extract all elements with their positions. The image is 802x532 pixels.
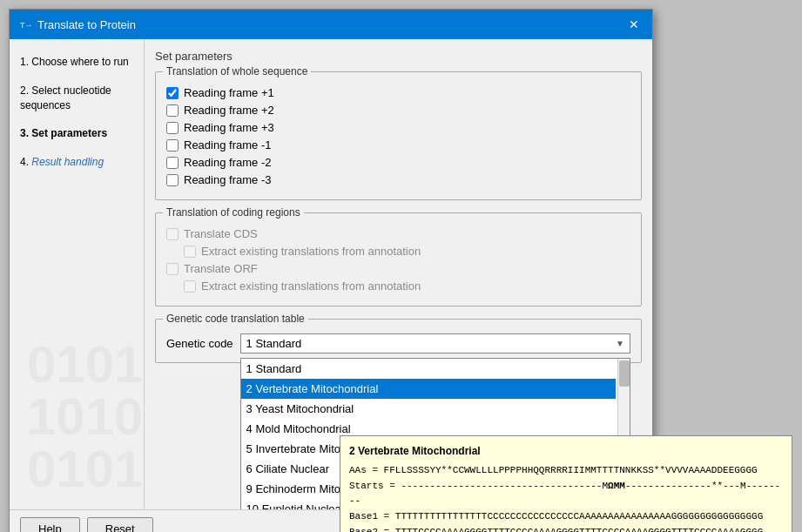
tooltip-box: 2 Vertebrate Mitochondrial AAs = FFLLSSS…	[340, 435, 792, 532]
close-button[interactable]: ✕	[624, 15, 644, 34]
whole-sequence-group: Translation of whole sequence Reading fr…	[155, 71, 642, 200]
translate-cds-checkbox[interactable]	[166, 228, 179, 240]
watermark: 010110100101	[27, 339, 149, 495]
sidebar-num-3: 3.	[20, 127, 31, 139]
genetic-code-label: Genetic code	[166, 337, 233, 350]
frame-rm2-label: Reading frame -2	[184, 156, 271, 169]
frame-rm2-row: Reading frame -2	[166, 156, 630, 169]
section-title: Set parameters	[155, 50, 642, 63]
reset-button[interactable]: Reset	[87, 517, 153, 532]
genetic-code-title: Genetic code translation table	[163, 313, 308, 325]
tooltip-line2: Starts = -------------------------------…	[349, 479, 783, 509]
dialog-title: Translate to Protein	[37, 18, 136, 31]
sidebar-item-choose[interactable]: 1. Choose where to run	[10, 48, 144, 77]
extract-orf-label: Extract existing translations from annot…	[201, 279, 421, 293]
svg-text:T→P: T→P	[20, 21, 32, 30]
translate-icon: T→P	[18, 17, 32, 31]
translate-orf-checkbox[interactable]	[166, 263, 179, 275]
genetic-code-display[interactable]: 1 Standard ▼	[240, 333, 630, 354]
frame-rf3-checkbox[interactable]	[166, 122, 179, 134]
tooltip-line3: Base1 = TTTTTTTTTTTTTTTTCCCCCCCCCCCCCCCC…	[349, 509, 783, 525]
tooltip-line4: Base2 = TTTTCCCCAAAAGGGGTTTTCCCCAAAAGGGG…	[349, 525, 783, 532]
tooltip-line1: AAs = FFLLSSSSYY**CCWWLLLLPPPPHHQQRRRRII…	[349, 463, 783, 479]
dropdown-option-2[interactable]: 2 Vertebrate Mitochondrial	[241, 379, 616, 399]
translate-cds-row: Translate CDS	[166, 227, 630, 240]
sidebar: 1. Choose where to run 2. Select nucleot…	[10, 39, 145, 509]
extract-orf-row: Extract existing translations from annot…	[184, 279, 630, 293]
genetic-code-row: Genetic code 1 Standard ▼ 1 Standard 2 V…	[166, 333, 630, 354]
translate-orf-label: Translate ORF	[184, 262, 258, 275]
extract-cds-row: Extract existing translations from annot…	[184, 245, 630, 258]
coding-regions-group: Translation of coding regions Translate …	[155, 212, 642, 306]
frame-rf2-checkbox[interactable]	[166, 104, 179, 117]
scroll-thumb	[619, 360, 630, 387]
frame-rm1-row: Reading frame -1	[166, 138, 630, 152]
frame-rm2-checkbox[interactable]	[166, 157, 179, 169]
genetic-code-select-wrapper: 1 Standard ▼ 1 Standard 2 Vertebrate Mit…	[240, 333, 630, 354]
sidebar-item-params[interactable]: 3. Set parameters	[10, 119, 144, 148]
frame-rf2-label: Reading frame +2	[184, 104, 274, 117]
extract-cds-label: Extract existing translations from annot…	[201, 245, 421, 258]
dropdown-option-3[interactable]: 3 Yeast Mitochondrial	[241, 399, 616, 419]
coding-regions-title: Translation of coding regions	[163, 206, 304, 219]
translate-orf-row: Translate ORF	[166, 262, 630, 275]
title-bar: T→P Translate to Protein ✕	[10, 10, 652, 39]
frame-rm3-label: Reading frame -3	[184, 173, 271, 186]
genetic-code-group: Genetic code translation table Genetic c…	[155, 319, 642, 363]
sidebar-num-2: 2.	[20, 84, 31, 97]
sidebar-item-result[interactable]: 4. Result handling	[10, 148, 144, 177]
help-button[interactable]: Help	[20, 517, 80, 532]
frame-rm3-row: Reading frame -3	[166, 173, 630, 186]
tooltip-title: 2 Vertebrate Mitochondrial	[349, 443, 783, 460]
frame-rf2-row: Reading frame +2	[166, 104, 630, 117]
frame-rf1-checkbox[interactable]	[166, 87, 179, 99]
frame-rf3-row: Reading frame +3	[166, 121, 630, 134]
sidebar-item-select[interactable]: 2. Select nucleotide sequences	[10, 77, 144, 120]
frame-rm1-checkbox[interactable]	[166, 139, 179, 152]
dropdown-option-1[interactable]: 1 Standard	[241, 359, 616, 379]
frame-rm1-label: Reading frame -1	[184, 138, 271, 152]
frame-rm3-checkbox[interactable]	[166, 174, 179, 186]
sidebar-num-1: 1.	[20, 56, 31, 68]
frame-rf3-label: Reading frame +3	[184, 121, 274, 134]
whole-sequence-title: Translation of whole sequence	[163, 65, 311, 77]
extract-orf-checkbox[interactable]	[184, 280, 196, 293]
sidebar-num-4: 4.	[20, 156, 31, 168]
frame-rf1-row: Reading frame +1	[166, 86, 630, 99]
title-bar-left: T→P Translate to Protein	[18, 17, 136, 31]
dropdown-arrow-icon: ▼	[616, 339, 624, 348]
genetic-code-value: 1 Standard	[246, 337, 616, 350]
translate-cds-label: Translate CDS	[184, 227, 258, 240]
frame-rf1-label: Reading frame +1	[184, 86, 274, 99]
extract-cds-checkbox[interactable]	[184, 246, 196, 258]
